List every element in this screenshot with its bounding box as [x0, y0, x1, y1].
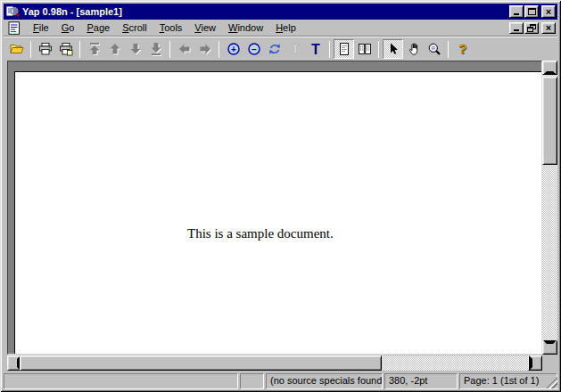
help-button[interactable]: ? ?	[452, 39, 473, 59]
mdi-close-icon: ×	[546, 23, 551, 32]
print-button[interactable]	[35, 39, 55, 59]
toolbar-separator	[448, 41, 449, 58]
app-icon[interactable]	[5, 5, 20, 18]
scroll-right-button[interactable]	[528, 355, 542, 371]
title-bar[interactable]: Yap 0.98n - [sample1] ×	[4, 4, 557, 20]
window-title: Yap 0.98n - [sample1]	[22, 4, 508, 20]
hand-tool-button[interactable]	[403, 39, 424, 59]
zoom-in-button[interactable]: +	[223, 39, 243, 59]
svg-text:?: ?	[458, 42, 466, 56]
toolbar-separator	[79, 41, 80, 58]
menu-file[interactable]: File	[27, 20, 55, 35]
toolbar-separator	[169, 41, 170, 58]
right-arrow-icon	[529, 355, 541, 371]
status-page-indicator: Page: 1 (1st of 1)	[459, 373, 557, 389]
printer-document-icon	[59, 42, 73, 56]
text-outline-button[interactable]: T	[285, 39, 305, 59]
forward-button	[194, 39, 215, 59]
down-arrow-icon	[543, 340, 557, 355]
status-bar: (no source specials found) 380, -2pt Pag…	[4, 373, 557, 389]
svg-text:+: +	[231, 45, 236, 54]
zoom-in-icon: +	[227, 42, 241, 56]
toolbar-separator	[378, 41, 379, 58]
toolbar: + − T T	[4, 37, 557, 61]
magnifier-tool-button[interactable]	[424, 39, 444, 59]
minimize-button[interactable]	[509, 5, 524, 18]
back-arrow-icon	[177, 42, 192, 56]
scroll-up-button[interactable]	[542, 61, 557, 75]
svg-text:−: −	[252, 45, 257, 54]
menu-help[interactable]: Help	[269, 20, 302, 35]
first-page-button	[84, 39, 104, 59]
zoom-out-button[interactable]: −	[243, 39, 264, 59]
menu-window[interactable]: Window	[222, 20, 269, 35]
open-folder-icon	[10, 42, 24, 56]
menu-page[interactable]: Page	[80, 20, 116, 35]
dvi-document-icon[interactable]	[7, 21, 21, 35]
next-page-icon	[128, 42, 143, 56]
status-main-panel	[4, 373, 238, 389]
cursor-arrow-icon	[386, 42, 400, 56]
last-page-button	[145, 39, 166, 59]
toolbar-separator	[219, 41, 219, 58]
open-button[interactable]	[6, 39, 27, 59]
help-question-icon: ? ?	[456, 42, 470, 56]
two-page-icon	[358, 42, 372, 56]
mdi-minimize-icon	[514, 29, 519, 31]
close-button[interactable]: ×	[541, 5, 556, 18]
mdi-restore-button[interactable]	[524, 22, 539, 34]
up-arrow-icon	[543, 61, 557, 75]
first-page-icon	[87, 42, 102, 56]
menu-go[interactable]: Go	[55, 20, 81, 35]
document-page[interactable]: This is a sample document.	[14, 71, 542, 355]
print-document-button[interactable]	[55, 39, 76, 59]
toolbar-separator	[30, 41, 31, 58]
refresh-button[interactable]	[264, 39, 285, 59]
vertical-scrollbar[interactable]	[542, 61, 557, 355]
two-page-view-button[interactable]	[354, 39, 375, 59]
horizontal-scrollbar-thumb[interactable]	[20, 355, 382, 371]
previous-page-icon	[108, 42, 122, 56]
minimize-icon	[514, 13, 519, 15]
hand-icon	[407, 42, 421, 56]
menu-view[interactable]: View	[188, 20, 222, 35]
status-message: (no source specials found)	[266, 373, 383, 389]
horizontal-scrollbar[interactable]	[7, 355, 542, 371]
mdi-close-button[interactable]: ×	[541, 22, 556, 34]
vertical-scrollbar-thumb[interactable]	[542, 77, 557, 165]
mdi-restore-icon	[527, 24, 536, 32]
svg-text:T: T	[311, 42, 320, 56]
application-window: Yap 0.98n - [sample1] × File Go Page Scr…	[0, 0, 561, 392]
printer-icon	[38, 42, 53, 56]
outline-t-icon: T	[288, 42, 302, 56]
solid-t-icon: T	[309, 42, 323, 56]
scroll-down-button[interactable]	[542, 340, 557, 355]
magnifier-icon	[427, 42, 441, 56]
select-tool-button[interactable]	[383, 39, 403, 59]
mdi-minimize-button[interactable]	[509, 22, 524, 34]
zoom-out-icon: −	[247, 42, 261, 56]
document-text: This is a sample document.	[187, 226, 334, 241]
document-viewport[interactable]: This is a sample document.	[7, 61, 542, 355]
menu-bar: File Go Page Scroll Tools View Window He…	[4, 20, 557, 37]
status-position: 380, -2pt	[384, 373, 458, 389]
single-page-icon	[337, 42, 351, 56]
previous-page-button	[104, 39, 125, 59]
forward-arrow-icon	[198, 42, 212, 56]
left-arrow-icon	[8, 355, 21, 371]
refresh-icon	[268, 42, 282, 56]
svg-text:T: T	[291, 42, 299, 56]
maximize-button[interactable]	[524, 5, 539, 18]
menu-tools[interactable]: Tools	[153, 20, 189, 35]
scrollbar-corner	[542, 355, 557, 371]
back-button	[174, 39, 194, 59]
maximize-icon	[528, 8, 536, 15]
menu-scroll[interactable]: Scroll	[116, 20, 153, 35]
next-page-button	[125, 39, 145, 59]
status-aux-panel	[240, 373, 264, 389]
single-page-view-button[interactable]	[334, 39, 354, 59]
last-page-icon	[149, 42, 163, 56]
text-solid-button[interactable]: T	[305, 39, 326, 59]
close-icon: ×	[546, 7, 551, 16]
toolbar-separator	[329, 41, 330, 58]
